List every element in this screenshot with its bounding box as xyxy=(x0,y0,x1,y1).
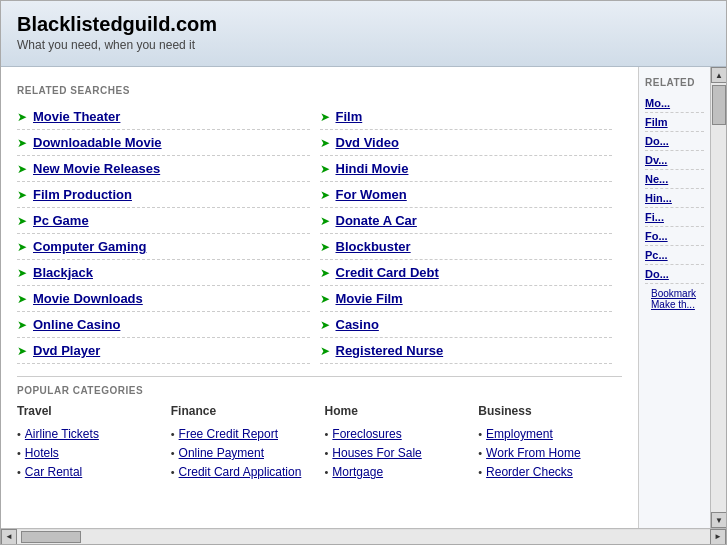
search-link[interactable]: Pc Game xyxy=(33,213,89,228)
category-link[interactable]: Online Payment xyxy=(179,446,264,460)
search-link[interactable]: Hindi Movie xyxy=(336,161,409,176)
sidebar-link[interactable]: Fo... xyxy=(645,227,704,246)
arrow-icon: ➤ xyxy=(17,240,27,254)
make-text[interactable]: Make th... xyxy=(651,299,698,310)
sidebar-link[interactable]: Do... xyxy=(645,132,704,151)
scroll-left-button[interactable]: ◄ xyxy=(1,529,17,545)
sidebar-link[interactable]: Film xyxy=(645,113,704,132)
category-title: Finance xyxy=(171,404,315,418)
category-link[interactable]: Car Rental xyxy=(25,465,82,479)
search-link[interactable]: Credit Card Debt xyxy=(336,265,439,280)
category-link[interactable]: Hotels xyxy=(25,446,59,460)
related-searches-label: RELATED SEARCHES xyxy=(17,85,622,96)
right-sidebar: RELATED Mo...FilmDo...Dv...Ne...Hin...Fi… xyxy=(638,67,710,528)
arrow-icon: ➤ xyxy=(17,318,27,332)
category-link[interactable]: Houses For Sale xyxy=(332,446,421,460)
list-item: Houses For Sale xyxy=(325,443,469,462)
search-link[interactable]: Film Production xyxy=(33,187,132,202)
category-column: FinanceFree Credit ReportOnline PaymentC… xyxy=(171,404,315,481)
sidebar-link[interactable]: Dv... xyxy=(645,151,704,170)
arrow-icon: ➤ xyxy=(17,162,27,176)
search-link[interactable]: Movie Downloads xyxy=(33,291,143,306)
search-item: ➤Blackjack xyxy=(17,260,310,286)
search-link[interactable]: Casino xyxy=(336,317,379,332)
search-link[interactable]: Donate A Car xyxy=(336,213,417,228)
sidebar-link[interactable]: Hin... xyxy=(645,189,704,208)
search-grid: ➤Movie Theater➤Downloadable Movie➤New Mo… xyxy=(17,104,622,364)
search-item: ➤Film xyxy=(320,104,613,130)
category-link[interactable]: Credit Card Application xyxy=(179,465,302,479)
arrow-icon: ➤ xyxy=(320,266,330,280)
bookmark-text[interactable]: Bookmark xyxy=(651,288,698,299)
scroll-thumb[interactable] xyxy=(712,85,726,125)
arrow-icon: ➤ xyxy=(17,136,27,150)
sidebar-link[interactable]: Ne... xyxy=(645,170,704,189)
search-item: ➤Online Casino xyxy=(17,312,310,338)
search-item: ➤Film Production xyxy=(17,182,310,208)
search-link[interactable]: Dvd Player xyxy=(33,343,100,358)
category-list: ForeclosuresHouses For SaleMortgage xyxy=(325,424,469,481)
categories-grid: TravelAirline TicketsHotelsCar RentalFin… xyxy=(17,404,622,481)
category-link[interactable]: Foreclosures xyxy=(332,427,401,441)
search-link[interactable]: Downloadable Movie xyxy=(33,135,162,150)
search-link[interactable]: Online Casino xyxy=(33,317,120,332)
search-item: ➤New Movie Releases xyxy=(17,156,310,182)
scroll-down-button[interactable]: ▼ xyxy=(711,512,726,528)
search-item: ➤Blockbuster xyxy=(320,234,613,260)
sidebar-link[interactable]: Mo... xyxy=(645,94,704,113)
scroll-up-button[interactable]: ▲ xyxy=(711,67,726,83)
list-item: Airline Tickets xyxy=(17,424,161,443)
search-item: ➤Computer Gaming xyxy=(17,234,310,260)
site-title: Blacklistedguild.com xyxy=(17,13,710,36)
search-link[interactable]: Computer Gaming xyxy=(33,239,146,254)
category-title: Travel xyxy=(17,404,161,418)
sidebar-link[interactable]: Pc... xyxy=(645,246,704,265)
search-item: ➤Donate A Car xyxy=(320,208,613,234)
search-link[interactable]: For Women xyxy=(336,187,407,202)
arrow-icon: ➤ xyxy=(320,292,330,306)
scroll-h-track[interactable] xyxy=(17,530,710,544)
search-link[interactable]: Movie Theater xyxy=(33,109,120,124)
arrow-icon: ➤ xyxy=(320,214,330,228)
category-link[interactable]: Free Credit Report xyxy=(179,427,278,441)
category-list: Free Credit ReportOnline PaymentCredit C… xyxy=(171,424,315,481)
search-link[interactable]: Dvd Video xyxy=(336,135,399,150)
arrow-icon: ➤ xyxy=(17,110,27,124)
sidebar-link[interactable]: Fi... xyxy=(645,208,704,227)
scroll-track[interactable] xyxy=(711,83,726,512)
search-item: ➤Dvd Player xyxy=(17,338,310,364)
search-link[interactable]: Blockbuster xyxy=(336,239,411,254)
category-link[interactable]: Employment xyxy=(486,427,553,441)
divider xyxy=(17,376,622,377)
arrow-icon: ➤ xyxy=(320,344,330,358)
sidebar-links: Mo...FilmDo...Dv...Ne...Hin...Fi...Fo...… xyxy=(645,94,704,284)
search-link[interactable]: Movie Film xyxy=(336,291,403,306)
search-link[interactable]: Film xyxy=(336,109,363,124)
search-link[interactable]: Blackjack xyxy=(33,265,93,280)
category-list: Airline TicketsHotelsCar Rental xyxy=(17,424,161,481)
search-item: ➤Downloadable Movie xyxy=(17,130,310,156)
search-link[interactable]: New Movie Releases xyxy=(33,161,160,176)
category-link[interactable]: Work From Home xyxy=(486,446,580,460)
category-title: Business xyxy=(478,404,622,418)
category-column: HomeForeclosuresHouses For SaleMortgage xyxy=(325,404,469,481)
list-item: Car Rental xyxy=(17,462,161,481)
list-item: Work From Home xyxy=(478,443,622,462)
scroll-h-thumb[interactable] xyxy=(21,531,81,543)
search-item: ➤Pc Game xyxy=(17,208,310,234)
list-item: Foreclosures xyxy=(325,424,469,443)
scroll-right-button[interactable]: ► xyxy=(710,529,726,545)
bookmark-area: Bookmark Make th... xyxy=(645,284,704,314)
arrow-icon: ➤ xyxy=(17,344,27,358)
arrow-icon: ➤ xyxy=(320,188,330,202)
arrow-icon: ➤ xyxy=(17,292,27,306)
list-item: Credit Card Application xyxy=(171,462,315,481)
category-link[interactable]: Reorder Checks xyxy=(486,465,573,479)
sidebar-link[interactable]: Do... xyxy=(645,265,704,284)
category-link[interactable]: Airline Tickets xyxy=(25,427,99,441)
search-link[interactable]: Registered Nurse xyxy=(336,343,444,358)
search-item: ➤Hindi Movie xyxy=(320,156,613,182)
arrow-icon: ➤ xyxy=(320,136,330,150)
category-link[interactable]: Mortgage xyxy=(332,465,383,479)
search-item: ➤Credit Card Debt xyxy=(320,260,613,286)
